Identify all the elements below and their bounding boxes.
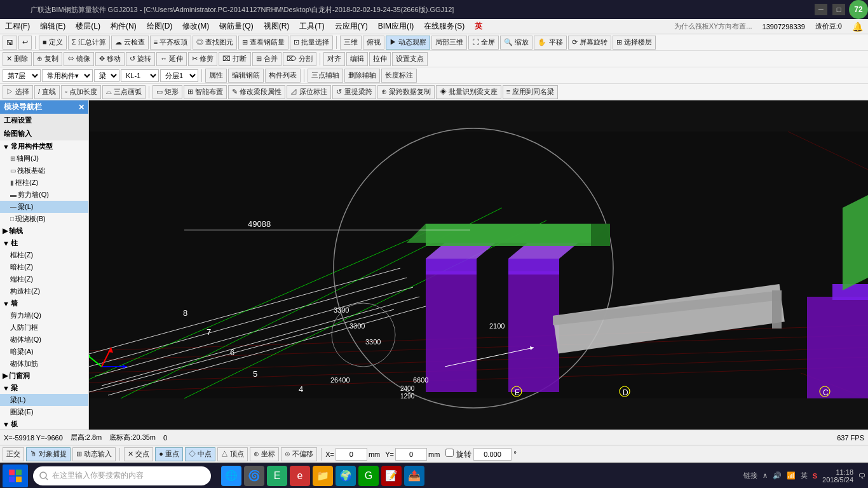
tree-grid[interactable]: ⊞ 轴网(J) <box>0 152 88 165</box>
snap-midpoint[interactable]: ◇ 中点 <box>185 447 215 461</box>
snap-coord[interactable]: ⊕ 坐标 <box>250 447 279 461</box>
tb-open[interactable]: 🖫 <box>3 36 17 50</box>
tb-del-axis[interactable]: 删除辅轴 <box>344 69 380 83</box>
tb-apply-name[interactable]: ≡ 应用到同名梁 <box>503 85 558 99</box>
menu-online[interactable]: 在线服务(S) <box>419 20 470 33</box>
tb-select[interactable]: ▷ 选择 <box>3 85 33 99</box>
tb-point-length[interactable]: ◦ 点加长度 <box>61 85 101 99</box>
tb-id-support[interactable]: ◈ 批量识别梁支座 <box>436 85 501 99</box>
tb-pan[interactable]: ✋ 平移 <box>534 36 566 50</box>
x-input[interactable] <box>336 448 367 461</box>
tree-jlq[interactable]: 剪力墙(Q) <box>0 309 88 322</box>
menu-floor[interactable]: 楼层(L) <box>71 20 105 33</box>
tb-properties[interactable]: 属性 <box>205 69 227 83</box>
tb-set-support[interactable]: 设置支点 <box>392 52 428 66</box>
taskbar-app5[interactable]: 📁 <box>313 466 333 486</box>
tb-copy-span[interactable]: ⊕ 梁跨数据复制 <box>377 85 435 99</box>
menu-rebar[interactable]: 钢筋量(Q) <box>214 20 258 33</box>
taskbar-app8[interactable]: 📝 <box>381 466 402 486</box>
minimize-button[interactable]: ─ <box>815 4 827 15</box>
tb-find[interactable]: ◎ 查找图元 <box>193 36 237 50</box>
maximize-button[interactable]: □ <box>832 4 845 15</box>
taskbar-app7[interactable]: G <box>358 466 379 486</box>
tree-wall[interactable]: ▼ 墙 <box>0 297 88 309</box>
tb-dynamic-observe[interactable]: ▶ 动态观察 <box>386 36 430 50</box>
menu-notify[interactable]: 🔔 <box>847 20 868 33</box>
taskbar-app3[interactable]: E <box>267 466 287 486</box>
tree-al[interactable]: 暗梁(A) <box>0 346 88 358</box>
menu-draw[interactable]: 绘图(D) <box>142 20 178 33</box>
tb-rect[interactable]: ▭ 矩形 <box>153 85 182 99</box>
tb-view-rebar[interactable]: ⊞ 查看钢筋量 <box>238 36 288 50</box>
taskbar-notify2[interactable]: 🗨 <box>858 472 865 480</box>
snap-dynamic[interactable]: ⊞ 动态输入 <box>72 447 116 461</box>
tree-beam-group[interactable]: ▼ 梁 <box>0 382 88 394</box>
tb-3pt-axis[interactable]: 三点辅轴 <box>308 69 343 83</box>
tree-col[interactable]: ▼ 柱 <box>0 237 88 249</box>
tree-qtq[interactable]: 砌体墙(Q) <box>0 334 88 346</box>
menu-component[interactable]: 构件(N) <box>105 20 142 33</box>
tree-circle-beam[interactable]: 圈梁(E) <box>0 406 88 418</box>
tb-line[interactable]: / 直线 <box>34 85 60 99</box>
tree-rfmk[interactable]: 人防门框 <box>0 322 88 334</box>
menu-file[interactable]: 工程(F) <box>0 20 35 33</box>
snap-orthogonal[interactable]: 正交 <box>3 447 24 461</box>
tb-break[interactable]: ⌧ 打断 <box>219 52 250 66</box>
beam-id-select[interactable]: KL-1 <box>121 69 159 82</box>
tb-align[interactable]: 对齐 <box>323 52 345 66</box>
tree-qtjj[interactable]: 砌体加筋 <box>0 358 88 370</box>
tb-top-view[interactable]: 俯视 <box>363 36 384 50</box>
sidebar-item-project[interactable]: 工程设置 <box>0 114 88 127</box>
rotate-check[interactable] <box>445 449 454 457</box>
tb-zoom[interactable]: 🔍 缩放 <box>500 36 532 50</box>
taskbar-app4[interactable]: e <box>290 466 310 486</box>
layer-select[interactable]: 第7层 <box>3 69 41 82</box>
tb-edit-rebar[interactable]: 编辑 <box>346 52 368 66</box>
tb-fullscreen[interactable]: ⛶ 全屏 <box>468 36 499 50</box>
tree-beam2[interactable]: 梁(L) <box>0 394 88 406</box>
sidebar-item-drawing[interactable]: 绘图输入 <box>0 127 88 140</box>
tb-mirror[interactable]: ⇔ 镜像 <box>64 52 94 66</box>
tb-orig-annot[interactable]: ⊿ 原位标注 <box>287 85 331 99</box>
tb-3d[interactable]: 三维 <box>340 36 362 50</box>
tb-extend[interactable]: ↔ 延伸 <box>156 52 187 66</box>
tree-beam[interactable]: — 梁(L) <box>0 201 88 213</box>
start-button[interactable] <box>3 464 28 487</box>
tb-move[interactable]: ✥ 移动 <box>95 52 125 66</box>
tb-3pt-arc[interactable]: ⌓ 三点画弧 <box>102 85 146 99</box>
tree-gcz[interactable]: 构造柱(Z) <box>0 285 88 297</box>
menu-cloud[interactable]: 云应用(Y) <box>330 20 373 33</box>
tb-align-slab[interactable]: ≡ 平齐板顶 <box>150 36 191 50</box>
tb-local-3d[interactable]: 局部三维 <box>431 36 467 50</box>
menu-view[interactable]: 视图(R) <box>259 20 295 33</box>
tb-re-span[interactable]: ↺ 重提梁跨 <box>332 85 376 99</box>
tb-define[interactable]: ■ 定义 <box>39 36 67 50</box>
tree-foundation[interactable]: ▭ 筏板基础 <box>0 165 88 177</box>
tb-select-floor[interactable]: ⊞ 选择楼层 <box>613 36 656 50</box>
snap-object[interactable]: 🖱 对象捕捉 <box>26 447 71 461</box>
taskbar-app1[interactable]: 🌐 <box>221 466 241 486</box>
snap-midpoint2[interactable]: ● 重点 <box>155 447 183 461</box>
tb-merge[interactable]: ⊞ 合并 <box>252 52 281 66</box>
tree-shear-wall[interactable]: ▬ 剪力墙(Q) <box>0 189 88 201</box>
menu-modify[interactable]: 修改(M) <box>177 20 214 33</box>
tb-trim[interactable]: ✂ 修剪 <box>188 52 217 66</box>
tb-rotate[interactable]: ↺ 旋转 <box>126 52 155 66</box>
sidebar-close[interactable]: ✕ <box>78 103 85 112</box>
tree-frame-col[interactable]: ▮ 框柱(Z) <box>0 177 88 189</box>
taskbar-sogou[interactable]: S <box>813 472 817 480</box>
tb-component-list[interactable]: 构件列表 <box>265 69 301 83</box>
component-type-select[interactable]: 常用构件▾ <box>42 69 93 82</box>
tree-dz[interactable]: 端柱(Z) <box>0 273 88 285</box>
viewport[interactable]: 49088 3300 3300 3300 26400 6600 2100 240… <box>89 100 868 430</box>
snap-intersect[interactable]: ✕ 交点 <box>124 447 153 461</box>
tb-delete[interactable]: ✕ 删除 <box>3 52 32 66</box>
tb-length-dim[interactable]: 长度标注 <box>381 69 417 83</box>
tb-mod-segment[interactable]: ✎ 修改梁段属性 <box>228 85 285 99</box>
tree-kz[interactable]: 框柱(Z) <box>0 249 88 261</box>
menu-bim[interactable]: BIM应用(I) <box>373 20 419 33</box>
snap-no-offset[interactable]: ⊙ 不偏移 <box>281 447 317 461</box>
tree-common-types[interactable]: ▼ 常用构件类型 <box>0 140 88 152</box>
snap-vertex[interactable]: △ 顶点 <box>217 447 248 461</box>
tb-edit-rebar2[interactable]: 编辑钢筋 <box>228 69 264 83</box>
